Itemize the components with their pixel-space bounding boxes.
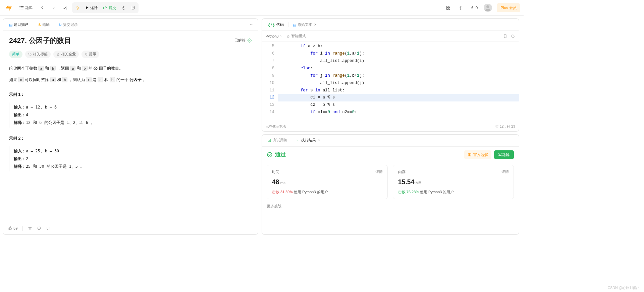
description-content: 2427. 公因子的数目 已解答 简单 相关标签 相关企业 提示 给你两个正整数… (3, 31, 258, 222)
tab-testcases[interactable]: ☑测试用例 (266, 136, 289, 144)
svg-point-11 (85, 53, 87, 55)
line-gutter: 567891011121314 (262, 42, 278, 122)
user-icon (484, 4, 492, 12)
chat-icon (46, 226, 51, 230)
prev-problem[interactable] (37, 3, 47, 12)
time-desc: 击败 31.39% 使用 Python3 的用户 (272, 190, 383, 195)
time-card: 时间详情 48ms 击败 31.39% 使用 Python3 的用户 (267, 165, 388, 200)
result-header: 通过 官方题解 写题解 (262, 147, 519, 162)
feedback-button[interactable] (46, 226, 51, 230)
smart-mode[interactable]: 智能模式 (286, 34, 306, 39)
difficulty-chip[interactable]: 简单 (9, 51, 22, 58)
star-icon (28, 226, 32, 230)
shuffle[interactable] (60, 3, 70, 12)
grid-icon (446, 6, 450, 10)
check-box-icon: ☑ (268, 138, 271, 143)
tab-solution[interactable]: ⚗题解 (35, 21, 52, 29)
close-icon[interactable]: ✕ (314, 23, 317, 26)
code-lines[interactable]: if a > b: for i in range(1,a+1): all_lis… (278, 42, 519, 122)
problem-statement: 给你两个正整数 a 和 b ，返回 a 和 b 的 公 因子的数目。 如果 x … (9, 65, 252, 172)
streak-count: 0 (476, 6, 478, 10)
file-icon: ▤ (293, 22, 296, 27)
language-select[interactable]: Python3 (266, 34, 283, 38)
svg-rect-3 (447, 6, 448, 7)
svg-point-14 (267, 153, 272, 157)
chevron-left-icon (40, 6, 44, 9)
thumbs-up-icon (8, 226, 12, 230)
svg-point-9 (248, 39, 251, 42)
svg-point-0 (77, 7, 78, 8)
run-button[interactable]: 运行 (83, 3, 100, 12)
panel-more[interactable]: ⋯ (511, 138, 515, 143)
companies-chip[interactable]: 相关企业 (53, 51, 79, 58)
doc-icon: ▤ (9, 22, 12, 27)
tab-submissions[interactable]: ↻提交记录 (56, 21, 80, 29)
mem-label: 内存 (398, 169, 406, 174)
tab-result[interactable]: ›_执行结果✕ (294, 136, 323, 144)
solved-badge: 已解答 (234, 38, 252, 43)
bookmark-icon[interactable] (503, 34, 507, 38)
example-2-title: 示例 2： (9, 135, 252, 142)
result-panel: ☑测试用例 ›_执行结果✕ ⋯ 通过 官方题解 写题解 时间详情 48ms (262, 134, 519, 235)
avatar[interactable] (484, 4, 492, 12)
chevron-right-icon (52, 6, 55, 9)
official-solution[interactable]: 官方题解 (464, 150, 491, 159)
tab-description[interactable]: ▤题目描述 (7, 21, 31, 29)
more-challenges[interactable]: 更多挑战 (262, 204, 519, 210)
time-detail[interactable]: 详情 (375, 169, 383, 174)
write-solution[interactable]: 写题解 (494, 150, 514, 159)
mem-detail[interactable]: 详情 (501, 169, 509, 174)
tab-raw[interactable]: ▤原始文本✕ (290, 21, 319, 29)
tab-code[interactable]: ❮/❯代码 (266, 21, 286, 29)
svg-rect-10 (57, 54, 59, 56)
chevron-down-icon (280, 34, 283, 38)
problems-link[interactable]: 题库 (16, 3, 35, 12)
timer[interactable] (119, 3, 128, 12)
like-button[interactable]: 59 (8, 226, 18, 230)
mem-value: 15.54 (398, 178, 415, 186)
desc-bottom-bar: 59 (3, 222, 258, 234)
link-icon (37, 226, 41, 230)
tags-chip[interactable]: 相关标签 (25, 51, 51, 58)
gear-icon (458, 6, 463, 10)
main: ▤题目描述 ⚗题解 ↻提交记录 ⋯ 2427. 公因子的数目 已解答 简单 相关… (0, 16, 524, 237)
logo[interactable] (5, 4, 13, 12)
svg-point-8 (486, 5, 489, 8)
submit-label: 提交 (109, 5, 116, 10)
layout[interactable] (443, 3, 453, 12)
link-button[interactable] (37, 226, 41, 230)
save-status: 已存储至本地 (266, 124, 286, 129)
problem-title: 2427. 公因子的数目 (9, 36, 71, 45)
terminal-icon: ›_ (296, 138, 300, 142)
chips: 简单 相关标签 相关企业 提示 (9, 51, 252, 58)
debug[interactable] (73, 3, 83, 12)
next-problem[interactable] (49, 3, 58, 12)
example-1: 输入：a = 12, b = 6 输出：4 解释：12 和 6 的公因子是 1、… (9, 102, 252, 128)
svg-rect-6 (449, 8, 450, 9)
hint-chip[interactable]: 提示 (82, 51, 100, 58)
svg-rect-5 (447, 8, 448, 9)
reset-icon[interactable] (511, 34, 515, 38)
problems-label: 题库 (25, 5, 33, 10)
notes[interactable] (128, 3, 138, 12)
bug-icon (75, 6, 80, 10)
star-button[interactable] (28, 226, 32, 230)
svg-point-7 (460, 7, 461, 8)
run-label: 运行 (90, 5, 98, 10)
time-value: 48 (272, 178, 279, 186)
pass-label: 通过 (267, 151, 285, 158)
code-tabs: ❮/❯代码 ▤原始文本✕ (262, 19, 519, 31)
fire-icon (470, 6, 475, 10)
submit-button[interactable]: 提交 (100, 3, 119, 12)
panel-more[interactable]: ⋯ (250, 22, 254, 27)
streak[interactable]: 0 (468, 3, 481, 12)
right-column: ❮/❯代码 ▤原始文本✕ Python3 智能模式 56789101112131… (260, 16, 521, 237)
result-tabs: ☑测试用例 ›_执行结果✕ ⋯ (262, 135, 519, 147)
plus-button[interactable]: Plus 会员 (497, 3, 520, 12)
cursor-pos: 行 12，列 23 (495, 124, 515, 129)
clock-icon (121, 6, 126, 10)
settings[interactable] (455, 3, 465, 12)
list-icon (19, 5, 24, 10)
close-icon[interactable]: ✕ (318, 139, 320, 142)
code-editor[interactable]: 567891011121314 if a > b: for i in range… (262, 42, 519, 122)
